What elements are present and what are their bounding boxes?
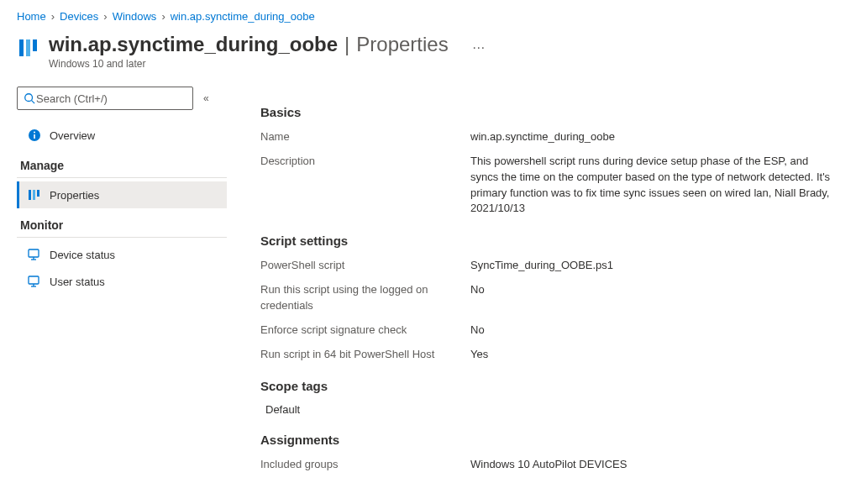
svg-rect-14 [29,276,39,284]
sidebar-item-label: Overview [50,129,95,142]
page-section-title: Properties [356,33,448,56]
sidebar-item-label: User status [50,276,105,288]
breadcrumb-windows[interactable]: Windows [113,10,157,23]
main-content: Basics Name win.ap.synctime_during_oobe … [227,87,839,481]
device-status-icon [28,248,41,261]
collapse-sidebar-icon[interactable]: « [203,92,209,104]
section-basics: Basics [260,105,839,119]
page-meta: Windows 10 and later [49,58,486,70]
svg-rect-1 [26,39,30,56]
label-name: Name [260,129,470,145]
more-actions-icon[interactable]: … [472,37,486,52]
label-included-groups: Included groups [260,457,470,473]
chevron-right-icon: › [103,10,107,23]
user-status-icon [28,275,41,288]
value-description: This powershell script runs during devic… [470,154,839,217]
search-icon [23,92,36,105]
breadcrumb-devices[interactable]: Devices [60,10,98,23]
value-name: win.ap.synctime_during_oobe [470,129,839,145]
svg-line-4 [32,101,35,104]
label-powershell-script: PowerShell script [260,258,470,274]
svg-rect-9 [33,190,35,200]
sidebar-item-properties[interactable]: Properties [17,181,227,208]
label-enforce-signature: Enforce script signature check [260,323,470,339]
breadcrumb-current[interactable]: win.ap.synctime_during_oobe [171,10,315,23]
breadcrumb-home[interactable]: Home [17,10,46,23]
value-powershell-script: SyncTime_during_OOBE.ps1 [470,258,839,274]
value-scope-tag: Default [260,403,839,416]
title-separator: | [344,33,349,56]
sidebar-section-monitor: Monitor [17,208,227,238]
svg-rect-10 [37,190,39,197]
page-header: win.ap.synctime_during_oobe | Properties… [17,29,839,80]
section-scope-tags: Scope tags [260,379,839,393]
value-run-credentials: No [470,282,839,298]
sidebar-item-label: Device status [50,249,115,261]
sidebar-item-device-status[interactable]: Device status [17,241,227,268]
sidebar: « Overview Manage Properties [17,87,227,481]
sidebar-item-label: Properties [50,189,99,202]
sidebar-item-user-status[interactable]: User status [17,268,227,295]
svg-rect-0 [19,39,24,56]
svg-rect-6 [34,134,35,139]
svg-rect-8 [29,190,31,200]
label-run-64bit: Run script in 64 bit PowerShell Host [260,347,470,363]
sidebar-section-manage: Manage [17,149,227,178]
chevron-right-icon: › [51,10,55,23]
value-included-groups: Windows 10 AutoPilot DEVICES [470,457,839,473]
section-script-settings: Script settings [260,234,839,248]
script-icon [17,36,40,60]
search-box[interactable] [17,87,193,110]
svg-rect-2 [33,39,37,51]
page-title: win.ap.synctime_during_oobe [49,33,338,56]
label-run-credentials: Run this script using the logged on cred… [260,282,470,314]
sidebar-item-overview[interactable]: Overview [17,122,227,149]
svg-point-7 [34,132,35,134]
chevron-right-icon: › [161,10,165,23]
properties-icon [28,188,41,202]
svg-rect-11 [29,249,39,257]
svg-point-3 [25,94,33,102]
breadcrumb: Home › Devices › Windows › win.ap.syncti… [17,8,839,29]
label-description: Description [260,154,470,170]
search-input[interactable] [36,92,187,105]
value-run-64bit: Yes [470,347,839,363]
value-enforce-signature: No [470,323,839,339]
info-icon [28,129,41,142]
section-assignments: Assignments [260,433,839,447]
